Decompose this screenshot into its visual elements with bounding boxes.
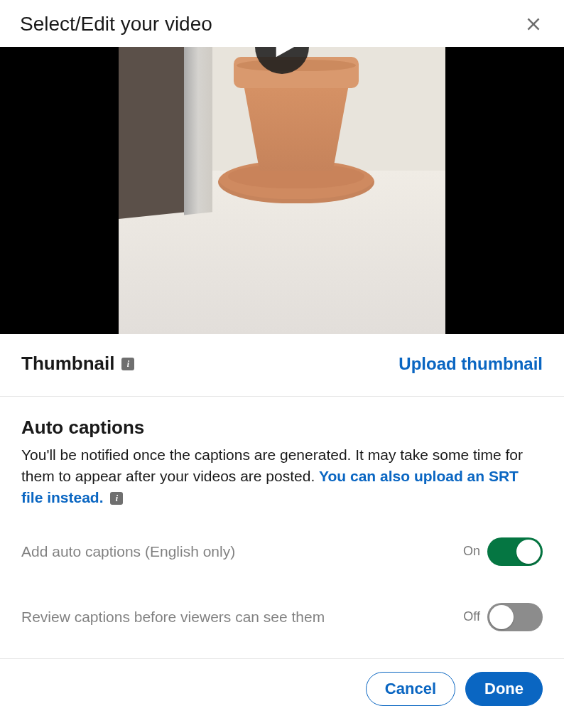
add-auto-captions-toggle[interactable]: [487, 537, 543, 566]
dialog-title: Select/Edit your video: [20, 13, 212, 36]
video-frame[interactable]: [119, 47, 445, 334]
upload-thumbnail-link[interactable]: Upload thumbnail: [398, 354, 543, 374]
video-still-pot: [234, 53, 359, 173]
review-captions-row: Review captions before viewers can see t…: [21, 603, 543, 631]
add-auto-captions-row: Add auto captions (English only) On: [21, 537, 543, 566]
info-icon[interactable]: i: [110, 492, 123, 505]
dialog-header: Select/Edit your video: [0, 0, 564, 47]
add-auto-captions-label: Add auto captions (English only): [21, 543, 235, 560]
thumbnail-section: Thumbnail i Upload thumbnail: [0, 334, 564, 397]
info-icon[interactable]: i: [121, 358, 134, 370]
add-auto-captions-state: On: [463, 544, 480, 559]
thumbnail-label: Thumbnail: [21, 353, 114, 375]
svg-marker-2: [276, 47, 294, 57]
play-icon: [272, 47, 296, 59]
video-preview-area: [0, 47, 564, 334]
auto-captions-title: Auto captions: [21, 417, 543, 439]
auto-captions-description: You'll be notified once the captions are…: [21, 444, 543, 509]
review-captions-state: Off: [463, 609, 480, 624]
review-captions-label: Review captions before viewers can see t…: [21, 609, 325, 626]
video-still-window: [119, 47, 204, 225]
thumbnail-label-group: Thumbnail i: [21, 353, 134, 375]
dialog-footer: Cancel Done: [0, 659, 564, 706]
close-button[interactable]: [523, 14, 544, 35]
auto-captions-section: Auto captions You'll be notified once th…: [0, 397, 564, 659]
done-button[interactable]: Done: [465, 672, 543, 706]
cancel-button[interactable]: Cancel: [366, 672, 455, 706]
review-captions-toggle[interactable]: [487, 603, 543, 631]
close-icon: [524, 15, 543, 33]
